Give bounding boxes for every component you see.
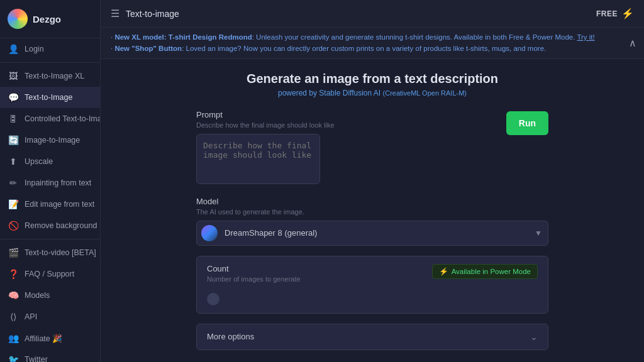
- sidebar-label-faq-support: FAQ / Support: [25, 270, 74, 278]
- sidebar-item-affiliate[interactable]: 👥Affiliate 🎉: [0, 327, 100, 349]
- sidebar-item-inpainting-from-text[interactable]: ✏Inpainting from text: [0, 172, 100, 194]
- model-label: Model: [196, 197, 548, 206]
- sidebar-item-text-to-video[interactable]: 🎬Text-to-video [BETA]: [0, 242, 100, 263]
- prompt-label: Prompt: [196, 110, 500, 119]
- count-box: Count Number of images to generate ⚡ Ava…: [196, 256, 548, 314]
- more-options-toggle[interactable]: More options ⌄: [196, 324, 548, 350]
- sidebar-icon-upscale: ⬆: [8, 156, 19, 167]
- sidebar-icon-text-to-image-xl: 🖼: [8, 71, 19, 81]
- sidebar-divider: [0, 62, 100, 63]
- prompt-section: Prompt Describe how the final image shou…: [196, 110, 548, 187]
- sidebar-label-api: API: [25, 312, 37, 321]
- sidebar-label-inpainting-from-text: Inpainting from text: [25, 178, 91, 187]
- count-label: Count: [207, 264, 301, 273]
- content-inner: Generate an image from a text descriptio…: [184, 72, 561, 350]
- chevron-down-icon: ⌄: [530, 332, 538, 342]
- try-it-link[interactable]: Try it!: [577, 33, 594, 41]
- sidebar-item-login[interactable]: 👤Login: [0, 38, 100, 60]
- sidebar-item-upscale[interactable]: ⬆Upscale: [0, 151, 100, 172]
- sidebar-icon-twitter: 🐦: [8, 354, 19, 362]
- sidebar-label-login: Login: [25, 45, 44, 53]
- more-options-label: More options: [207, 332, 254, 341]
- sidebar-icon-image-to-image: 🔄: [8, 135, 19, 145]
- sidebar-icon-login: 👤: [8, 44, 19, 54]
- model-select[interactable]: DreamShaper 8 (general) Stable Diffusion…: [196, 221, 548, 246]
- sidebar-label-controlled-text-to-image: Controlled Text-to-Image: [25, 114, 101, 123]
- sidebar-icon-faq-support: ❓: [8, 269, 19, 279]
- app-logo[interactable]: Dezgo: [0, 0, 100, 38]
- sidebar-item-image-to-image[interactable]: 🔄Image-to-Image: [0, 129, 100, 151]
- count-hint: Number of images to generate: [207, 275, 301, 283]
- header: ☰ Text-to-image FREE ⚡: [101, 0, 644, 28]
- sidebar-label-upscale: Upscale: [25, 157, 53, 166]
- sidebar: Dezgo 👤Login🖼Text-to-Image XL💬Text-to-Im…: [0, 0, 101, 362]
- sidebar-label-models: Models: [25, 291, 50, 300]
- count-slider-row: [207, 293, 538, 305]
- count-section: Count Number of images to generate ⚡ Ava…: [196, 256, 548, 314]
- main-subtitle: powered by Stable Diffusion AI (Creative…: [196, 89, 548, 97]
- page-heading: Generate an image from a text descriptio…: [196, 72, 548, 97]
- sidebar-item-api[interactable]: ⟨⟩API: [0, 306, 100, 327]
- sidebar-icon-controlled-text-to-image: 🎛: [8, 114, 19, 124]
- sidebar-icon-remove-background: 🚫: [8, 221, 19, 231]
- sidebar-label-text-to-video: Text-to-video [BETA]: [25, 248, 96, 257]
- header-title: Text-to-image: [126, 9, 596, 19]
- sidebar-item-text-to-image-xl[interactable]: 🖼Text-to-Image XL: [0, 65, 100, 87]
- model-avatar: [201, 225, 218, 241]
- announcement-bar: · New XL model: T-shirt Design Redmond: …: [101, 28, 644, 59]
- sidebar-item-edit-image-from-text[interactable]: 📝Edit image from text: [0, 194, 100, 215]
- power-mode-text: Available in Power Mode: [452, 268, 531, 275]
- announcement-line1: · New XL model: T-shirt Design Redmond: …: [111, 31, 634, 43]
- sidebar-label-affiliate: Affiliate 🎉: [25, 334, 62, 343]
- logo-icon: [8, 9, 28, 29]
- prompt-hint: Describe how the final image should look…: [196, 121, 500, 129]
- model-hint: The AI used to generate the image.: [196, 208, 548, 216]
- sidebar-item-text-to-image[interactable]: 💬Text-to-Image: [0, 87, 100, 108]
- sidebar-label-image-to-image: Image-to-Image: [25, 136, 80, 145]
- content-area: Generate an image from a text descriptio…: [101, 59, 644, 362]
- sidebar-label-edit-image-from-text: Edit image from text: [25, 200, 94, 209]
- count-header: Count Number of images to generate ⚡ Ava…: [207, 264, 538, 288]
- sidebar-label-text-to-image-xl: Text-to-Image XL: [25, 72, 84, 80]
- main-area: ☰ Text-to-image FREE ⚡ · New XL model: T…: [101, 0, 644, 362]
- lightning-icon: ⚡: [621, 8, 634, 19]
- sidebar-icon-edit-image-from-text: 📝: [8, 199, 19, 209]
- announcement-close-button[interactable]: ∧: [629, 37, 636, 49]
- run-button[interactable]: Run: [506, 111, 548, 135]
- sidebar-item-models[interactable]: 🧠Models: [0, 285, 100, 306]
- power-lightning-icon: ⚡: [439, 267, 448, 276]
- sidebar-divider: [0, 239, 100, 239]
- app-name: Dezgo: [33, 14, 61, 25]
- sidebar-label-twitter: Twitter: [25, 355, 48, 362]
- model-select-wrapper: DreamShaper 8 (general) Stable Diffusion…: [196, 221, 548, 246]
- prompt-textarea[interactable]: [196, 134, 320, 184]
- sidebar-label-text-to-image: Text-to-Image: [25, 93, 72, 102]
- sidebar-icon-api: ⟨⟩: [8, 312, 19, 322]
- sidebar-icon-models: 🧠: [8, 290, 19, 300]
- model-section: Model The AI used to generate the image.…: [196, 197, 548, 246]
- menu-icon[interactable]: ☰: [111, 8, 119, 19]
- count-slider-thumb[interactable]: [207, 293, 219, 305]
- sidebar-item-faq-support[interactable]: ❓FAQ / Support: [0, 263, 100, 285]
- power-mode-badge: ⚡ Available in Power Mode: [432, 264, 538, 279]
- sidebar-item-controlled-text-to-image[interactable]: 🎛Controlled Text-to-Image: [0, 108, 100, 129]
- sidebar-icon-affiliate: 👥: [8, 333, 19, 343]
- model-avatar-image: [201, 225, 218, 241]
- sidebar-item-remove-background[interactable]: 🚫Remove background: [0, 215, 100, 236]
- sidebar-icon-inpainting-from-text: ✏: [8, 178, 19, 188]
- sidebar-icon-text-to-image: 💬: [8, 92, 19, 102]
- sidebar-item-twitter[interactable]: 🐦Twitter: [0, 349, 100, 362]
- sidebar-icon-text-to-video: 🎬: [8, 248, 19, 258]
- header-badge: FREE ⚡: [596, 8, 634, 19]
- count-info: Count Number of images to generate: [207, 264, 301, 288]
- main-title: Generate an image from a text descriptio…: [196, 72, 548, 86]
- announcement-line2: · New "Shop" Button: Loved an image? Now…: [111, 43, 634, 54]
- sidebar-label-remove-background: Remove background: [25, 221, 97, 230]
- free-badge: FREE: [596, 9, 618, 18]
